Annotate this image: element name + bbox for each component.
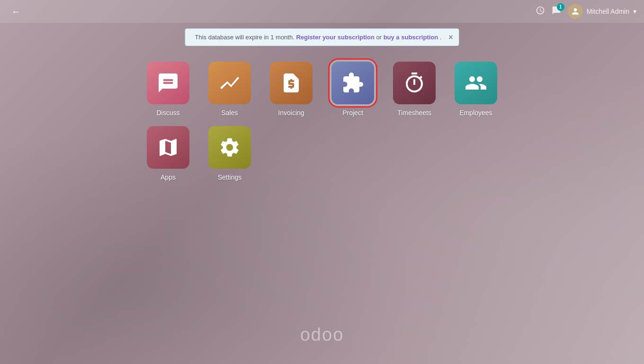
banner-close-button[interactable]: × bbox=[448, 34, 453, 41]
avatar bbox=[568, 4, 583, 19]
app-icon-timesheets bbox=[393, 62, 436, 104]
app-label-timesheets: Timesheets bbox=[397, 109, 431, 117]
app-icon-settings bbox=[208, 126, 251, 169]
user-dropdown-icon: ▾ bbox=[633, 8, 636, 15]
app-item-project[interactable]: Project bbox=[324, 62, 381, 117]
user-name: Mitchell Admin bbox=[587, 8, 629, 15]
user-menu[interactable]: Mitchell Admin ▾ bbox=[568, 4, 636, 19]
app-item-apps[interactable]: Apps bbox=[140, 126, 197, 181]
app-label-project: Project bbox=[342, 109, 363, 117]
banner-link-buy[interactable]: buy a subscription bbox=[384, 34, 438, 41]
clock-icon[interactable] bbox=[536, 6, 545, 18]
chat-badge: 1 bbox=[557, 3, 564, 11]
app-grid: Discuss Sales Invoicing Project bbox=[140, 62, 504, 181]
chat-icon[interactable]: 1 bbox=[552, 6, 561, 18]
banner-link-register[interactable]: Register your subscription bbox=[296, 34, 374, 41]
topbar-left: ← bbox=[8, 5, 25, 18]
app-item-timesheets[interactable]: Timesheets bbox=[386, 62, 443, 117]
topbar-right: 1 Mitchell Admin ▾ bbox=[536, 4, 636, 19]
odoo-logo-text: odoo bbox=[300, 325, 344, 345]
app-item-discuss[interactable]: Discuss bbox=[140, 62, 197, 117]
app-label-invoicing: Invoicing bbox=[278, 109, 304, 117]
app-icon-project bbox=[331, 62, 374, 104]
app-icon-discuss bbox=[147, 62, 189, 104]
back-button[interactable]: ← bbox=[8, 5, 25, 18]
odoo-logo: odoo bbox=[300, 325, 344, 345]
notification-banner: This database will expire in 1 month. Re… bbox=[185, 28, 459, 46]
app-icon-apps bbox=[147, 126, 189, 169]
app-item-invoicing[interactable]: Invoicing bbox=[263, 62, 320, 117]
app-label-sales: Sales bbox=[221, 109, 238, 117]
app-label-employees: Employees bbox=[459, 109, 492, 117]
app-icon-invoicing bbox=[270, 62, 313, 104]
app-icon-sales bbox=[208, 62, 251, 104]
topbar: ← 1 Mitchell Admin ▾ bbox=[0, 0, 644, 23]
app-icon-employees bbox=[455, 62, 497, 104]
app-label-discuss: Discuss bbox=[156, 109, 179, 117]
banner-text-after: . bbox=[440, 34, 442, 41]
banner-text-middle: or bbox=[376, 34, 383, 41]
app-label-settings: Settings bbox=[218, 173, 242, 181]
banner-text-before: This database will expire in 1 month. bbox=[195, 34, 295, 41]
app-item-settings[interactable]: Settings bbox=[201, 126, 258, 181]
app-label-apps: Apps bbox=[161, 173, 176, 181]
app-item-sales[interactable]: Sales bbox=[201, 62, 258, 117]
app-item-employees[interactable]: Employees bbox=[447, 62, 504, 117]
